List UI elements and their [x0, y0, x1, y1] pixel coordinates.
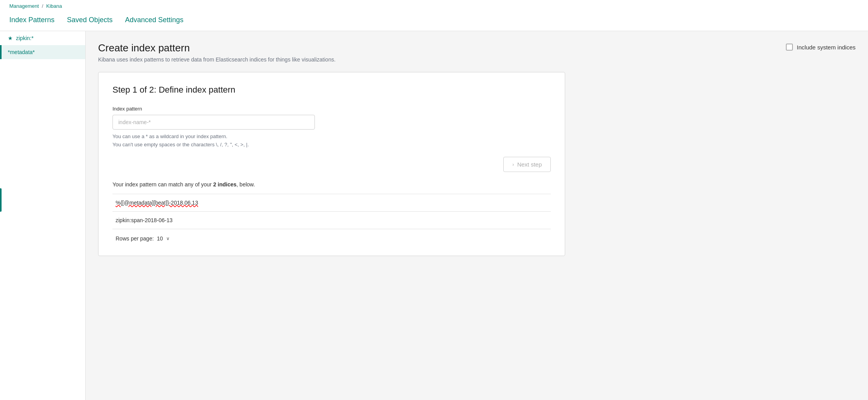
sidebar-item-zipkin-label: zipkin:* [16, 35, 33, 41]
breadcrumb-kibana[interactable]: Kibana [46, 3, 62, 9]
chevron-down-icon: ∨ [166, 236, 170, 241]
form-hint: You can use a * as a wildcard in your in… [112, 133, 551, 149]
system-indices-checkbox[interactable] [786, 44, 793, 51]
rows-per-page-control[interactable]: Rows per page: 10 ∨ [112, 229, 551, 243]
system-indices-toggle: Include system indices [786, 44, 856, 51]
chevron-right-icon: › [512, 161, 514, 167]
breadcrumb-separator: / [42, 3, 44, 9]
app-container: Management / Kibana Index Patterns Saved… [0, 0, 868, 400]
sidebar: ★ zipkin:* *metadata* [0, 31, 86, 400]
match-text-suffix: , below. [237, 181, 255, 188]
index-pattern-form-group: Index pattern You can use a * as a wildc… [112, 106, 551, 149]
system-indices-label: Include system indices [797, 44, 856, 51]
rows-per-page-label: Rows per page: [116, 235, 154, 242]
next-step-button[interactable]: › Next step [503, 157, 551, 172]
page-title-section: Create index pattern Kibana uses index p… [98, 42, 336, 63]
next-step-row: › Next step [112, 157, 551, 172]
page-header: Create index pattern Kibana uses index p… [98, 42, 856, 63]
index-pattern-input[interactable] [112, 115, 315, 130]
index-list: %{[@metadata][beat]}-2018.06.13 zipkin:s… [112, 194, 551, 229]
tab-index-patterns[interactable]: Index Patterns [9, 11, 54, 31]
index-name-2: zipkin:span-2018-06-13 [116, 217, 172, 223]
page-subtitle: Kibana uses index patterns to retrieve d… [98, 56, 336, 63]
star-icon: ★ [8, 35, 13, 41]
step-title: Step 1 of 2: Define index pattern [112, 85, 551, 95]
index-name-1: %{[@metadata][beat]}-2018.06.13 [116, 200, 198, 206]
sidebar-item-zipkin[interactable]: ★ zipkin:* [0, 31, 85, 45]
next-step-label: Next step [517, 161, 542, 168]
match-count: 2 indices [213, 181, 237, 188]
tab-advanced-settings[interactable]: Advanced Settings [125, 11, 183, 31]
page-title: Create index pattern [98, 42, 336, 54]
main-content: Create index pattern Kibana uses index p… [86, 31, 868, 400]
breadcrumb: Management / Kibana [9, 0, 859, 11]
match-text: Your index pattern can match any of your… [112, 181, 551, 188]
content-area: ★ zipkin:* *metadata* Create index patte… [0, 31, 868, 400]
hint-line1: You can use a * as a wildcard in your in… [112, 133, 551, 141]
match-section: Your index pattern can match any of your… [112, 181, 551, 243]
top-nav: Management / Kibana Index Patterns Saved… [0, 0, 868, 31]
tab-saved-objects[interactable]: Saved Objects [67, 11, 112, 31]
index-row: zipkin:span-2018-06-13 [112, 212, 551, 229]
match-text-prefix: Your index pattern can match any of your [112, 181, 213, 188]
create-index-card: Step 1 of 2: Define index pattern Index … [98, 72, 565, 256]
index-pattern-label: Index pattern [112, 106, 551, 112]
left-accent-bar [0, 188, 2, 212]
breadcrumb-management[interactable]: Management [9, 3, 39, 9]
index-row: %{[@metadata][beat]}-2018.06.13 [112, 194, 551, 212]
sidebar-item-metadata[interactable]: *metadata* [0, 45, 85, 59]
sidebar-item-metadata-label: *metadata* [8, 49, 35, 55]
main-tabs: Index Patterns Saved Objects Advanced Se… [9, 11, 859, 31]
hint-line2: You can't use empty spaces or the charac… [112, 141, 551, 149]
rows-per-page-value: 10 [157, 235, 163, 242]
